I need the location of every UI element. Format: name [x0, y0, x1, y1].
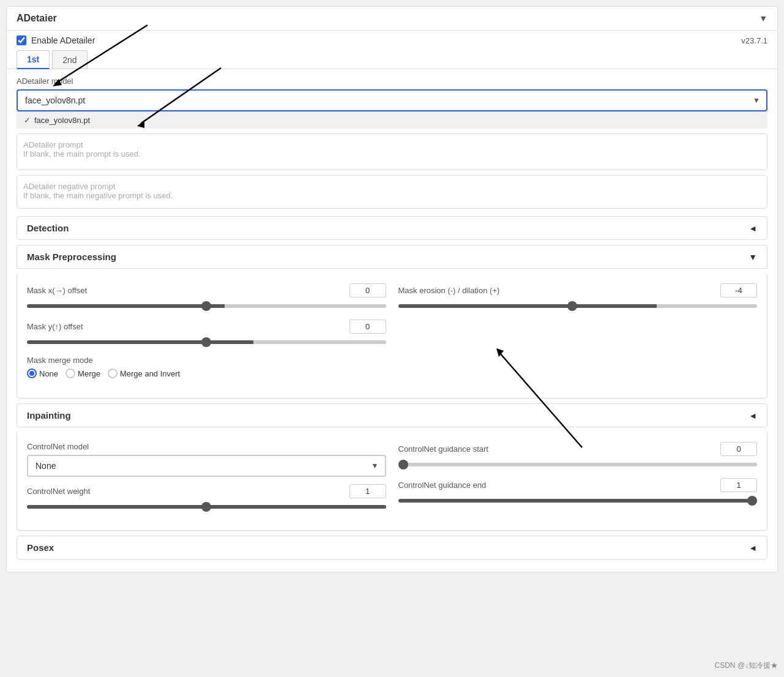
- model-label: ADetailer model: [17, 77, 767, 86]
- mask-x-slider[interactable]: [27, 304, 386, 308]
- mask-left-col: Mask x(→) offset 0 Mask y(↑) offset 0: [27, 283, 386, 388]
- mask-erosion-label: Mask erosion (-) / dilation (+): [398, 286, 714, 295]
- watermark: CSDN @↓知冷援★: [714, 660, 778, 671]
- guidance-start-value[interactable]: 0: [720, 442, 757, 456]
- mask-merge-group: Mask merge mode None: [27, 356, 386, 378]
- radio-none-circle: [27, 368, 37, 378]
- mask-preprocessing-title: Mask Preprocessing: [27, 252, 116, 262]
- guidance-end-slider[interactable]: [398, 499, 758, 503]
- mask-y-value[interactable]: 0: [349, 320, 386, 334]
- dropdown-selected-display: ✓ face_yolov8n.pt: [17, 111, 767, 129]
- mask-preprocessing-header[interactable]: Mask Preprocessing ▼: [17, 245, 767, 269]
- inpainting-right-col: ControlNet guidance start 0 ControlNet g…: [398, 442, 758, 520]
- mask-preprocessing-content: Mask x(→) offset 0 Mask y(↑) offset 0: [17, 274, 767, 398]
- detection-collapse-icon: ◄: [749, 223, 757, 233]
- negative-prompt-placeholder: ADetailer negative prompt If blank, the …: [23, 182, 761, 200]
- controlnet-model-label: ControlNet model: [27, 442, 386, 451]
- inpainting-content: ControlNet model None ▼ ControlNet weigh…: [17, 432, 767, 531]
- mask-y-group: Mask y(↑) offset 0: [27, 320, 386, 346]
- tabs-row: 1st 2nd: [7, 50, 777, 69]
- controlnet-weight-group: ControlNet weight 1: [27, 484, 386, 511]
- radio-merge[interactable]: Merge: [65, 368, 100, 378]
- radio-none[interactable]: None: [27, 368, 58, 378]
- model-dropdown-wrapper: face_yolov8n.pt ▼: [17, 89, 767, 111]
- controlnet-model-dropdown[interactable]: None: [28, 456, 385, 476]
- model-dropdown[interactable]: face_yolov8n.pt: [18, 91, 766, 110]
- guidance-start-label: ControlNet guidance start: [398, 444, 714, 454]
- radio-none-label: None: [39, 369, 58, 378]
- detection-header[interactable]: Detection ◄: [17, 216, 767, 240]
- guidance-start-group: ControlNet guidance start 0: [398, 442, 758, 468]
- controlnet-weight-slider[interactable]: [27, 505, 386, 509]
- guidance-end-group: ControlNet guidance end 1: [398, 478, 758, 504]
- radio-merge-circle: [65, 368, 75, 378]
- radio-merge-invert[interactable]: Merge and Invert: [108, 368, 180, 378]
- mask-preprocessing-collapse-icon: ▼: [749, 252, 757, 262]
- mask-x-label: Mask x(→) offset: [27, 286, 342, 295]
- controlnet-model-dropdown-wrapper: None ▼: [27, 455, 386, 477]
- inpainting-title: Inpainting: [27, 410, 71, 421]
- collapse-icon[interactable]: ▼: [759, 13, 767, 23]
- prompt-placeholder: ADetailer prompt If blank, the main prom…: [23, 140, 761, 159]
- checkmark-icon: ✓: [24, 116, 31, 125]
- controlnet-weight-value[interactable]: 1: [349, 484, 386, 498]
- prompt-box[interactable]: ADetailer prompt If blank, the main prom…: [17, 133, 767, 170]
- radio-merge-invert-circle: [108, 368, 118, 378]
- detection-title: Detection: [27, 223, 69, 233]
- posex-collapse-icon: ◄: [749, 543, 757, 553]
- inpainting-two-col: ControlNet model None ▼ ControlNet weigh…: [27, 442, 757, 520]
- mask-erosion-slider[interactable]: [398, 304, 758, 308]
- guidance-start-slider[interactable]: [398, 463, 758, 466]
- mask-y-slider[interactable]: [27, 340, 386, 344]
- inpainting-section: Inpainting ◄ ControlNet model None ▼: [17, 403, 767, 531]
- version-text: v23.7.1: [741, 36, 767, 45]
- enable-checkbox[interactable]: [17, 36, 26, 45]
- radio-none-dot: [29, 371, 34, 376]
- controlnet-weight-label: ControlNet weight: [27, 487, 342, 496]
- radio-merge-invert-label: Merge and Invert: [120, 369, 180, 378]
- guidance-end-label: ControlNet guidance end: [398, 481, 714, 490]
- tab-2nd[interactable]: 2nd: [52, 50, 87, 69]
- posex-bar[interactable]: Posex ◄: [17, 536, 767, 559]
- negative-prompt-box[interactable]: ADetailer negative prompt If blank, the …: [17, 175, 767, 209]
- selected-option-text: face_yolov8n.pt: [34, 116, 90, 125]
- radio-group: None Merge Merge and Invert: [27, 368, 386, 378]
- inpainting-header[interactable]: Inpainting ◄: [17, 403, 767, 427]
- radio-merge-label: Merge: [78, 369, 100, 378]
- mask-x-value[interactable]: 0: [349, 283, 386, 297]
- mask-two-col: Mask x(→) offset 0 Mask y(↑) offset 0: [27, 283, 757, 388]
- mask-erosion-value[interactable]: -4: [720, 283, 757, 297]
- panel-title: ADetaier: [17, 13, 57, 24]
- tab-1st[interactable]: 1st: [17, 50, 50, 69]
- posex-title: Posex: [27, 542, 54, 553]
- mask-erosion-group: Mask erosion (-) / dilation (+) -4: [398, 283, 758, 310]
- mask-right-col: Mask erosion (-) / dilation (+) -4: [398, 283, 758, 388]
- mask-y-label: Mask y(↑) offset: [27, 322, 342, 331]
- inpainting-left-col: ControlNet model None ▼ ControlNet weigh…: [27, 442, 386, 520]
- mask-x-group: Mask x(→) offset 0: [27, 283, 386, 310]
- enable-label: Enable ADetailer: [31, 36, 95, 45]
- guidance-end-value[interactable]: 1: [720, 478, 757, 492]
- inpainting-collapse-icon: ◄: [749, 411, 757, 421]
- mask-merge-label: Mask merge mode: [27, 356, 386, 365]
